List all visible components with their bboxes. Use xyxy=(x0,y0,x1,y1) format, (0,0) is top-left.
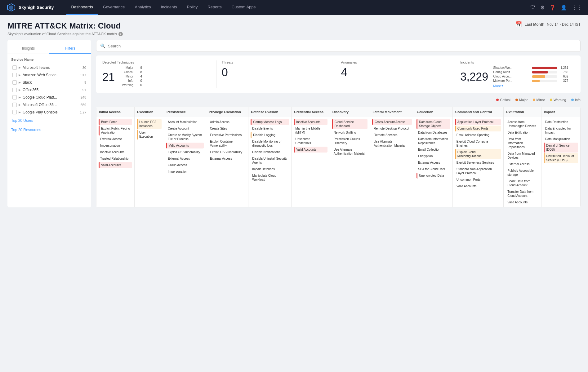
cell-item[interactable]: Cross Account Access xyxy=(372,119,412,125)
cell-item[interactable]: Excessive Permissions xyxy=(208,132,246,138)
cell-item[interactable]: Admin Access xyxy=(208,119,246,125)
cell-item[interactable]: External Access xyxy=(208,156,246,162)
cell-item[interactable]: Data Manipulation xyxy=(544,136,578,142)
sidebar-checkbox[interactable] xyxy=(12,103,17,107)
cell-item[interactable]: Inactive Accounts xyxy=(99,149,132,155)
cell-item[interactable]: Data from Cloud Storage Objects xyxy=(416,119,450,129)
cell-item[interactable]: Man-in-the-Middle (MiTM) xyxy=(294,126,327,135)
cell-item[interactable]: Uncommon Ports xyxy=(455,177,501,183)
sidebar-checkbox[interactable] xyxy=(12,110,17,114)
cell-item[interactable]: Exploit Cloud Compute Engines xyxy=(455,139,501,148)
cell-item[interactable]: Disable Notifications xyxy=(251,149,289,155)
cell-item[interactable]: Valid Accounts xyxy=(99,162,132,168)
cell-item[interactable]: External Access xyxy=(506,161,539,167)
cell-item[interactable]: Exploit Public-Facing Application xyxy=(99,126,132,135)
cell-item[interactable]: External Access xyxy=(166,156,204,162)
nav-dashboards[interactable]: Dashboards xyxy=(66,0,98,15)
cell-item[interactable]: Valid Accounts xyxy=(166,143,204,148)
gear-icon[interactable]: ⚙ xyxy=(540,5,545,11)
cell-item[interactable]: Standard Non-Application Layer Protocol xyxy=(455,166,501,176)
cell-item[interactable]: Exploit Serverless Services xyxy=(455,160,501,166)
cell-item[interactable]: Valid Accounts xyxy=(506,199,539,205)
cell-item[interactable]: External Access xyxy=(99,136,132,142)
cell-item[interactable]: Create or Modify System File or Process xyxy=(166,132,204,142)
cell-item[interactable]: Corrupt Access Logs xyxy=(251,119,289,125)
top-users-link[interactable]: Top 20 Users xyxy=(7,116,91,125)
shield-icon[interactable]: 🛡 xyxy=(530,5,535,10)
cell-item[interactable]: Exploit OS Vulnerability xyxy=(208,149,246,155)
sidebar-item[interactable]: ▶ Amazon Web Servic... 917 xyxy=(11,71,87,79)
cell-item[interactable]: Use Alternate Authentication Material xyxy=(372,139,412,148)
cell-item[interactable]: Exploit Container Vulnerability xyxy=(208,139,246,148)
cell-item[interactable]: Data Destruction xyxy=(544,119,578,125)
nav-analytics[interactable]: Analytics xyxy=(130,0,156,15)
cell-item[interactable]: Impair Defenses xyxy=(251,166,289,172)
logo[interactable]: Skyhigh Security xyxy=(6,2,54,12)
cell-item[interactable]: Use Alternate Authentication Material xyxy=(332,147,368,157)
sidebar-item[interactable]: ▶ Microsoft Office 36... 659 xyxy=(11,101,87,108)
cell-item[interactable]: Disable Monitoring of diagnostic logs xyxy=(251,139,289,148)
cell-item[interactable]: Distributed Denial of Service (DDoS) xyxy=(544,153,578,163)
cell-item[interactable]: Impersonation xyxy=(99,143,132,148)
cell-item[interactable]: SHA for Cloud User xyxy=(416,166,450,172)
cell-item[interactable]: Launch EC2 Instances xyxy=(137,119,162,129)
help-icon[interactable]: ❓ xyxy=(550,5,556,11)
cell-item[interactable]: Exploit Cloud Misconfigurations xyxy=(455,149,501,159)
cell-item[interactable]: Data from Managed Devices xyxy=(506,151,539,161)
cell-item[interactable]: Email Address Spoofing xyxy=(455,132,501,138)
nav-policy[interactable]: Policy xyxy=(182,0,203,15)
cell-item[interactable]: External Access xyxy=(416,160,450,166)
cell-item[interactable]: Disable Events xyxy=(251,126,289,131)
cell-item[interactable]: Encryption xyxy=(416,153,450,159)
cell-item[interactable]: Group Access xyxy=(166,162,204,168)
more-link[interactable]: More ▾ xyxy=(493,84,569,88)
cell-item[interactable]: Valid Accounts xyxy=(294,147,327,153)
cell-item[interactable]: User Execution xyxy=(137,130,162,140)
cell-item[interactable]: Application Layer Protocol xyxy=(455,119,501,125)
sidebar-item[interactable]: ▶ Google Play Console 1.2k xyxy=(11,108,87,116)
cell-item[interactable]: Permission Groups Discovery xyxy=(332,136,368,146)
cell-item[interactable]: Disable Logging xyxy=(251,132,289,138)
sidebar-checkbox[interactable] xyxy=(12,80,17,85)
sidebar-item[interactable]: ▶ Microsoft Teams 30 xyxy=(11,64,87,71)
nav-incidents[interactable]: Incidents xyxy=(156,0,182,15)
cell-item[interactable]: Data Encrypted for Impact xyxy=(544,126,578,135)
cell-item[interactable]: Denial of Service (DOS) xyxy=(544,143,578,153)
cell-item[interactable]: Data Exfiltration xyxy=(506,130,539,135)
info-icon[interactable]: i xyxy=(118,32,123,36)
cell-item[interactable]: Cloud Service Dashboard xyxy=(332,119,368,129)
sidebar-checkbox[interactable] xyxy=(12,88,17,92)
sidebar-checkbox[interactable] xyxy=(12,65,17,70)
cell-item[interactable]: Unsecured Credentials xyxy=(294,136,327,146)
apps-icon[interactable]: ⋮⋮ xyxy=(572,5,582,11)
cell-item[interactable]: Share Data from Cloud Account xyxy=(506,178,539,188)
cell-item[interactable]: Transfer Data from Cloud Account xyxy=(506,189,539,199)
sidebar-item[interactable]: ▶ Google Cloud Platf... 248 xyxy=(11,94,87,101)
nav-governance[interactable]: Governance xyxy=(98,0,130,15)
cell-item[interactable]: Access from Unmanaged Devices xyxy=(506,119,539,129)
cell-item[interactable]: Exploit OS Vulnerability xyxy=(166,149,204,155)
cell-item[interactable]: Account Manipulation xyxy=(166,119,204,125)
cell-item[interactable]: Publicly Accessible storage xyxy=(506,168,539,178)
cell-item[interactable]: Commonly Used Ports xyxy=(455,126,501,131)
cell-item[interactable]: Impersonation xyxy=(166,169,204,175)
cell-item[interactable]: Data from Information Repositories xyxy=(416,136,450,146)
sidebar-checkbox[interactable] xyxy=(12,95,17,100)
cell-item[interactable]: Network Sniffing xyxy=(332,130,368,135)
nav-custom-apps[interactable]: Custom Apps xyxy=(227,0,261,15)
cell-item[interactable]: Remote Services xyxy=(372,132,412,138)
search-input[interactable] xyxy=(108,44,577,48)
top-resources-link[interactable]: Top 20 Resources xyxy=(7,125,91,135)
tab-filters[interactable]: Filters xyxy=(49,44,91,54)
cell-item[interactable]: Trusted Relationship xyxy=(99,156,132,162)
cell-item[interactable]: Email Collection xyxy=(416,147,450,153)
cell-item[interactable]: Remote Desktop Protocol xyxy=(372,126,412,131)
cell-item[interactable]: Manipulate Cloud Workload xyxy=(251,173,289,183)
cell-item[interactable]: Disable/Uninstall Security Agents xyxy=(251,156,289,166)
cell-item[interactable]: Unencrypted Data xyxy=(416,173,450,179)
user-icon[interactable]: 👤 xyxy=(561,5,567,11)
sidebar-item[interactable]: ▶ Slack 9 xyxy=(11,79,87,86)
cell-item[interactable]: Data from Databases xyxy=(416,130,450,135)
nav-reports[interactable]: Reports xyxy=(203,0,227,15)
cell-item[interactable]: Inactive Accounts xyxy=(294,119,327,125)
